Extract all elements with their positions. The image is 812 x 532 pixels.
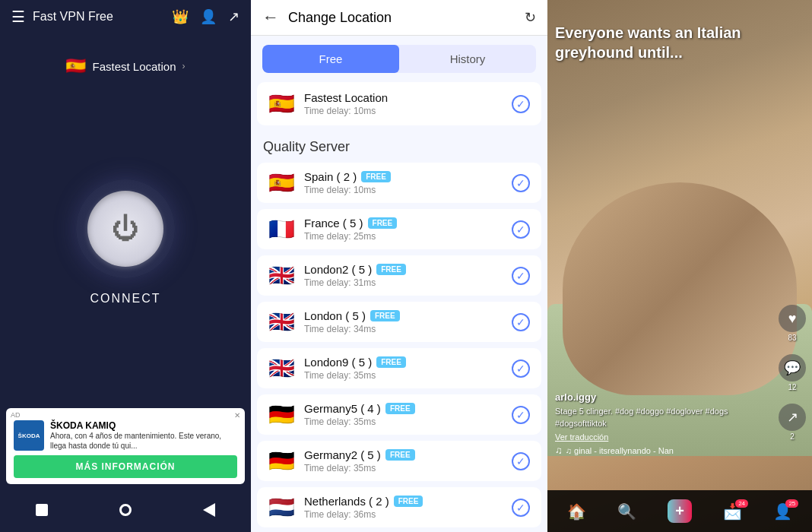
free-badge: FREE (376, 356, 406, 368)
server-list-item[interactable]: 🇬🇧 London9 ( 5 ) FREE Time delay: 35ms ✓ (257, 348, 541, 388)
tiktok-nav-add[interactable]: + (668, 499, 692, 523)
quality-server-label: Quality Server (257, 133, 541, 163)
server-list-item[interactable]: 🇩🇪 Germany2 ( 5 ) FREE Time delay: 35ms … (257, 441, 541, 481)
tiktok-nav-profile[interactable]: 👤 25 (773, 502, 792, 521)
server-name-row: Germany2 ( 5 ) FREE (304, 448, 503, 461)
server-list-item[interactable]: 🇳🇱 Netherlands ( 2 ) FREE Time delay: 36… (257, 487, 541, 527)
server-check-icon: ✓ (512, 220, 530, 239)
server-delay: Time delay: 35ms (304, 463, 503, 473)
tiktok-music-text: ♫ ginal - itsreallynando - Nan (566, 446, 674, 455)
tiktok-bottom-nav: 🏠 🔍 + 📩 24 👤 25 (547, 490, 812, 532)
server-name-row: Spain ( 2 ) FREE (304, 170, 503, 183)
free-badge: FREE (385, 449, 415, 461)
fastest-location-item[interactable]: 🇪🇸 Fastest Location Time delay: 10ms ✓ (257, 82, 541, 125)
connect-label: CONNECT (90, 292, 160, 306)
server-list-item[interactable]: 🇪🇸 Spain ( 2 ) FREE Time delay: 10ms ✓ (257, 163, 541, 203)
server-check-icon: ✓ (512, 406, 530, 424)
tiktok-nav-inbox[interactable]: 📩 24 (723, 502, 742, 521)
ad-cta-button[interactable]: MÁS INFORMACIÓN (14, 455, 237, 478)
change-location-header: ← Change Location ↻ (251, 0, 547, 36)
server-info: Germany2 ( 5 ) FREE Time delay: 35ms (304, 448, 503, 473)
server-list-item[interactable]: 🇬🇧 London2 ( 5 ) FREE Time delay: 31ms ✓ (257, 255, 541, 296)
free-badge: FREE (370, 310, 400, 321)
like-action[interactable]: ♥ 83 (779, 305, 806, 342)
tab-free[interactable]: Free (262, 45, 399, 73)
free-badge: FREE (376, 264, 406, 275)
location-text: Fastest Location (92, 60, 176, 73)
power-symbol-icon: ⏻ (112, 215, 139, 242)
server-flag: 🇬🇧 (268, 356, 295, 381)
tiktok-overlay: Everyone wants an Italian greyhound unti… (547, 0, 812, 532)
fastest-info: Fastest Location Time delay: 10ms (304, 91, 503, 116)
nav-home-button[interactable] (31, 499, 52, 521)
ad-close-button[interactable]: ✕ (234, 411, 240, 420)
tiktok-music: ♫ ♫ ginal - itsreallynando - Nan (555, 445, 766, 456)
menu-icon[interactable]: ☰ (11, 8, 25, 26)
tiktok-translate[interactable]: Ver traducción (555, 432, 766, 442)
server-delay: Time delay: 31ms (304, 277, 503, 288)
discover-icon: 🔍 (617, 502, 636, 521)
comment-action[interactable]: 💬 12 (779, 354, 806, 391)
nav-back-button[interactable] (115, 499, 136, 521)
server-name: Germany2 ( 5 ) (304, 448, 381, 461)
refresh-icon[interactable]: ↻ (525, 9, 536, 26)
comment-icon: 💬 (779, 354, 806, 382)
server-list-item[interactable]: 🇫🇷 France ( 5 ) FREE Time delay: 25ms ✓ (257, 209, 541, 249)
server-check-icon: ✓ (512, 313, 530, 331)
server-check-icon: ✓ (512, 452, 530, 470)
power-button-outer[interactable]: ⏻ (76, 179, 175, 278)
server-list-item[interactable]: 🇬🇧 London ( 5 ) FREE Time delay: 34ms ✓ (257, 302, 541, 342)
fastest-flag: 🇪🇸 (268, 91, 295, 116)
power-button-inner: ⏻ (87, 191, 163, 267)
inbox-badge: 24 (735, 499, 748, 508)
server-name: London9 ( 5 ) (304, 356, 372, 369)
crown-icon[interactable]: 👑 (172, 8, 189, 25)
share-icon[interactable]: ↗ (228, 8, 239, 25)
nav-prev-button[interactable] (198, 499, 220, 521)
server-info: London ( 5 ) FREE Time delay: 34ms (304, 309, 503, 334)
tiktok-nav-discover[interactable]: 🔍 (617, 502, 636, 521)
ad-content: ŠKODA ŠKODA KAMIQ Ahora, con 4 años de m… (14, 420, 237, 451)
server-flag: 🇳🇱 (268, 495, 295, 520)
tiktok-username[interactable]: arlo.iggy (555, 391, 766, 403)
free-badge: FREE (361, 171, 391, 182)
server-flag: 🇬🇧 (268, 263, 295, 288)
header-right: 👑 👤 ↗ (172, 8, 239, 25)
change-location-panel: ← Change Location ↻ Free History 🇪🇸 Fast… (251, 0, 547, 532)
server-info: Netherlands ( 2 ) FREE Time delay: 36ms (304, 495, 503, 520)
tiktok-bottom-info: arlo.iggy Stage 5 clinger. #dog #doggo #… (555, 391, 766, 456)
location-flag: 🇪🇸 (65, 56, 86, 76)
triangle-icon (203, 503, 215, 517)
server-delay: Time delay: 36ms (304, 509, 503, 520)
server-info: France ( 5 ) FREE Time delay: 25ms (304, 217, 503, 242)
server-delay: Time delay: 34ms (304, 324, 503, 334)
share-action[interactable]: ↗ 2 (779, 404, 806, 441)
back-button[interactable]: ← (262, 9, 279, 26)
tab-history[interactable]: History (399, 45, 536, 73)
tiktok-panel: Everyone wants an Italian greyhound unti… (547, 0, 812, 532)
server-name-row: France ( 5 ) FREE (304, 217, 503, 230)
ad-label: AD (11, 411, 21, 419)
server-name-row: London9 ( 5 ) FREE (304, 356, 503, 369)
server-flag: 🇩🇪 (268, 448, 295, 473)
fastest-check-icon: ✓ (512, 95, 530, 113)
server-info: London2 ( 5 ) FREE Time delay: 31ms (304, 263, 503, 288)
left-header: ☰ Fast VPN Free 👑 👤 ↗ (0, 0, 251, 33)
server-delay: Time delay: 10ms (304, 185, 503, 195)
location-bar[interactable]: 🇪🇸 Fastest Location › (0, 56, 251, 76)
server-name: Spain ( 2 ) (304, 170, 357, 183)
music-note-icon: ♫ (555, 445, 563, 456)
server-check-icon: ✓ (512, 499, 530, 517)
tiktok-nav-home[interactable]: 🏠 (567, 502, 586, 521)
add-button[interactable]: + (668, 499, 692, 523)
profile-icon[interactable]: 👤 (200, 8, 217, 25)
comment-count: 12 (788, 383, 796, 391)
fastest-name: Fastest Location (304, 91, 503, 104)
server-list-item[interactable]: 🇩🇪 Germany5 ( 4 ) FREE Time delay: 35ms … (257, 394, 541, 435)
server-delay: Time delay: 35ms (304, 370, 503, 381)
server-flag: 🇬🇧 (268, 309, 295, 334)
server-check-icon: ✓ (512, 267, 530, 285)
like-count: 83 (788, 334, 796, 342)
profile-badge: 25 (785, 499, 798, 508)
location-list: 🇪🇸 Fastest Location Time delay: 10ms ✓ Q… (251, 82, 547, 532)
